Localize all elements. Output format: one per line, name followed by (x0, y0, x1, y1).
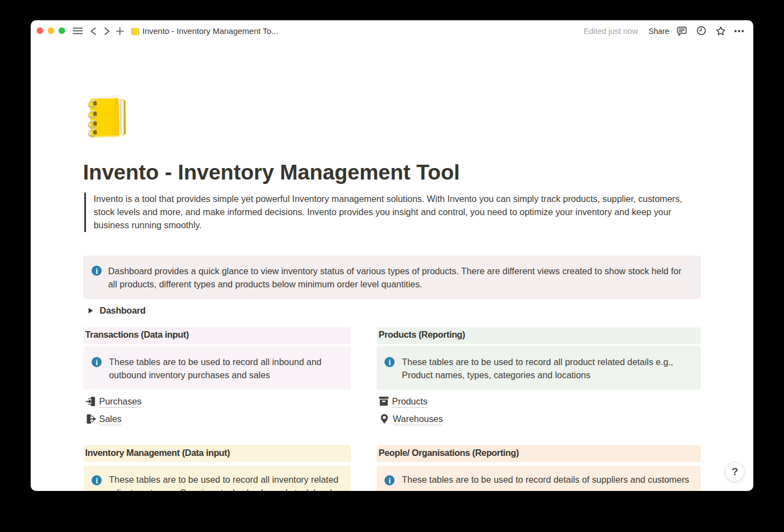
svg-text:i: i (389, 357, 391, 366)
svg-text:i: i (95, 267, 97, 275)
svg-text:i: i (95, 357, 97, 366)
svg-text:i: i (389, 476, 391, 484)
svg-text:i: i (95, 476, 97, 484)
